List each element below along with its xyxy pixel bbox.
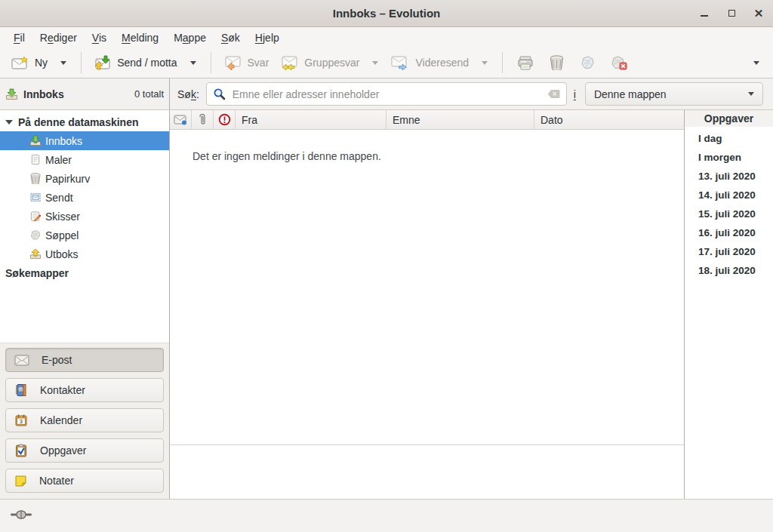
close-button[interactable]: ✕ [752,7,765,20]
send-receive-button[interactable]: Send / motta [88,52,182,73]
switcher-contacts-button[interactable]: @ Kontakter [5,378,164,402]
toolbar-separator [81,52,82,73]
reply-button[interactable]: Svar [218,52,275,73]
chevron-down-icon [60,61,66,65]
junk-button[interactable] [572,51,603,74]
mail-icon [14,355,29,366]
send-receive-dropdown-button[interactable] [183,57,204,69]
folder-innboks[interactable]: Innboks [0,131,169,150]
column-date[interactable]: Dato [534,110,684,129]
not-junk-button[interactable] [603,51,636,74]
svg-text:3: 3 [20,418,23,425]
inbox-icon [29,135,42,146]
menu-help[interactable]: Hjelp [248,29,287,46]
column-status[interactable] [170,110,192,129]
inbox-icon [5,88,18,100]
contacts-icon: @ [14,383,28,397]
group-reply-dropdown-button[interactable] [365,57,386,69]
switcher-mail-button[interactable]: E-post [5,348,164,372]
search-entry[interactable] [206,82,567,106]
task-group-date[interactable]: 13. juli 2020 [685,167,773,186]
folder-sendt[interactable]: Sendt [0,188,169,207]
empty-folder-message: Det er ingen meldinger i denne mappen. [170,130,684,162]
task-group-date[interactable]: 14. juli 2020 [685,186,773,204]
menu-edit[interactable]: Rediger [32,29,85,46]
toolbar-separator [211,52,211,73]
forward-button[interactable]: Videresend [386,52,474,73]
folder-soppel[interactable]: Søppel [0,226,169,244]
menu-view[interactable]: Vis [85,29,114,46]
expander-icon[interactable] [5,120,13,125]
send-receive-label: Send / motta [117,57,177,69]
memos-icon [14,475,27,487]
window-title: Innboks – Evolution [0,7,773,20]
templates-icon [29,154,42,165]
menu-file[interactable]: Fil [6,29,32,46]
new-message-button[interactable]: Ny [6,53,53,73]
message-list-header: Fra Emne Dato [170,110,684,130]
priority-icon [218,113,231,126]
switcher-tasks-button[interactable]: Oppgaver [5,438,164,463]
switcher-tasks-label: Oppgaver [40,444,86,457]
toolbar-overflow-button[interactable] [746,57,767,69]
trash-icon [549,55,565,70]
folder-skisser[interactable]: Skisser [0,207,169,226]
tree-root-search-folders[interactable]: Søkemapper [0,263,169,282]
reply-icon [223,55,242,70]
preview-pane [170,445,684,499]
calendar-icon: 3 [14,414,28,427]
maximize-button[interactable] [725,7,738,20]
task-group-tomorrow[interactable]: I morgen [685,148,773,167]
group-reply-icon [279,55,298,70]
folder-maler[interactable]: Maler [0,150,169,169]
menu-search[interactable]: Søk [214,29,248,46]
task-group-date[interactable]: 16. juli 2020 [685,223,773,242]
junk-icon [580,55,596,70]
close-icon: ✕ [754,8,764,19]
menu-folder[interactable]: Mappe [166,29,214,46]
online-status-icon[interactable] [11,509,32,520]
menu-message[interactable]: Melding [114,29,166,46]
switcher-calendar-button[interactable]: 3 Kalender [5,408,164,432]
search-label: Søk: [177,88,199,100]
search-input[interactable] [231,88,542,101]
new-mail-icon [11,56,29,70]
clear-entry-icon[interactable] [547,89,560,99]
folder-papirkurv[interactable]: Papirkurv [0,169,169,188]
message-count: 0 totalt [134,88,164,100]
column-attachment[interactable] [192,110,214,129]
search-scope-combo[interactable]: Denne mappen [585,82,763,106]
task-group-date[interactable]: 17. juli 2020 [685,242,773,261]
folder-sidebar: På denne datamaskinen Innboks Maler Papi… [0,110,170,499]
evolution-window: Innboks – Evolution ✕ Fil Rediger Vis Me… [0,0,773,532]
message-area: Fra Emne Dato Det er ingen meldinger i d… [170,110,684,499]
switcher-calendar-label: Kalender [40,414,82,426]
minimize-icon [701,15,708,17]
task-group-date[interactable]: 18. juli 2020 [685,261,773,280]
tasks-icon [14,444,28,457]
message-list[interactable]: Det er ingen meldinger i denne mappen. [170,130,684,445]
content: På denne datamaskinen Innboks Maler Papi… [0,110,773,499]
switcher-mail-label: E-post [42,354,72,366]
task-group-today[interactable]: I dag [685,129,773,148]
group-reply-button[interactable]: Gruppesvar [274,52,365,73]
chevron-down-icon [190,61,196,65]
column-priority[interactable] [214,110,236,129]
print-button[interactable] [510,52,541,74]
switcher-memos-label: Notater [39,475,74,487]
search-area: Søk: i Denne mappen [170,78,773,109]
reply-label: Svar [248,57,269,69]
maximize-icon [728,10,735,17]
toolbar: Ny Send / motta Svar Gruppesvar [0,48,773,78]
folder-utboks[interactable]: Utboks [0,244,169,263]
switcher-memos-button[interactable]: Notater [5,469,164,493]
tree-root-on-this-computer[interactable]: På denne datamaskinen [0,112,169,131]
scope-value: Denne mappen [594,88,748,100]
column-subject[interactable]: Emne [386,110,534,129]
task-group-date[interactable]: 15. juli 2020 [685,204,773,223]
minimize-button[interactable] [698,7,711,20]
column-from[interactable]: Fra [236,110,386,129]
forward-dropdown-button[interactable] [474,57,495,69]
new-dropdown-button[interactable] [53,57,74,69]
delete-button[interactable] [541,51,572,74]
